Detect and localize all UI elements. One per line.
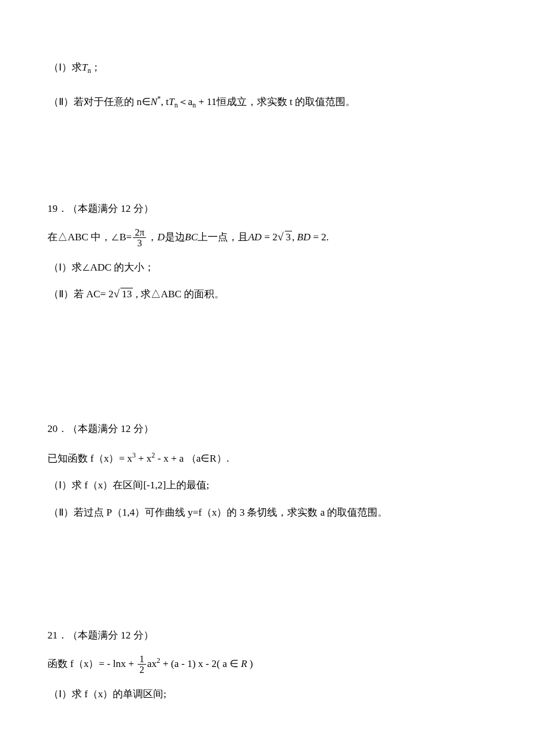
- p21-R: R: [241, 658, 247, 669]
- p18-part2-comma: , t: [161, 96, 169, 107]
- problem-20: 20．（本题满分 12 分） 已知函数 f（x）= x3 + x2 - x + …: [47, 421, 499, 520]
- p21-frac: 12: [138, 654, 146, 675]
- p19-stem: 在△ABC 中，∠B=2π3，D是边BC上一点，且AD = 23, BD = 2…: [47, 227, 499, 249]
- p20-points: （本题满分 12 分）: [68, 423, 154, 434]
- p18-part1-end: ；: [91, 62, 101, 73]
- p21-stem: 函数 f（x）= - lnx + 12ax2 + (a - 1) x - 2( …: [47, 654, 499, 675]
- p18-N: N: [151, 96, 157, 107]
- p19-eq1: = 2: [262, 231, 278, 243]
- p21-part1-text: （Ⅰ）求 f（x）的单调区间;: [49, 688, 166, 700]
- p19-frac-num: 2π: [133, 227, 146, 239]
- p19-eq2: = 2.: [310, 231, 329, 243]
- p19-stem-mid: ，: [147, 231, 157, 243]
- p20-stem: 已知函数 f（x）= x3 + x2 - x + a （a∈R）.: [47, 450, 499, 466]
- problem-19: 19．（本题满分 12 分） 在△ABC 中，∠B=2π3，D是边BC上一点，且…: [47, 201, 499, 303]
- p18-part1: （Ⅰ）求Tn；: [47, 59, 499, 77]
- p21-part1: （Ⅰ）求 f（x）的单调区间;: [47, 686, 499, 702]
- p21-frac-num: 1: [138, 654, 146, 665]
- p19-part1: （Ⅰ）求∠ADC 的大小；: [47, 259, 499, 275]
- p19-comma2: ,: [292, 231, 297, 243]
- p19-part2-post: , 求△ABC 的面积。: [133, 288, 224, 300]
- p19-header: 19．（本题满分 12 分）: [47, 201, 499, 217]
- p19-part2: （Ⅱ）若 AC= 213 , 求△ABC 的面积。: [47, 286, 499, 302]
- p21-stem-pre: 函数 f（x）= - lnx +: [47, 658, 136, 669]
- p20-number: 20．: [47, 423, 68, 434]
- p20-stem-pre: 已知函数 f（x）= x: [47, 453, 132, 464]
- p19-sqrt13: 13: [113, 286, 133, 302]
- p21-stem-mid: ax: [147, 658, 157, 669]
- p18-plus: + 11: [196, 96, 216, 107]
- p18-part2-pre: （Ⅱ）若对于任意的 n∈: [49, 96, 151, 107]
- p19-point: 上一点，且: [198, 231, 248, 243]
- p18-T2: T: [169, 96, 174, 107]
- p18-part2: （Ⅱ）若对于任意的 n∈N*, tTn＜an + 11恒成立，求实数 t 的取值…: [47, 93, 499, 111]
- p19-BC: BC: [185, 231, 198, 243]
- p19-points: （本题满分 12 分）: [68, 203, 154, 214]
- p19-BD: BD: [297, 231, 311, 243]
- p20-part1-text: （Ⅰ）求 f（x）在区间[-1,2]上的最值;: [49, 479, 209, 491]
- p21-frac-den: 2: [138, 665, 146, 675]
- p21-stem-rest: + (a - 1) x - 2( a ∈: [160, 658, 241, 669]
- p19-D: D: [157, 231, 164, 243]
- p19-frac-den: 3: [133, 238, 146, 249]
- p21-number: 21．: [47, 630, 68, 641]
- p21-points: （本题满分 12 分）: [68, 630, 154, 641]
- p18-part2-post: 恒成立，求实数 t 的取值范围。: [217, 96, 355, 107]
- p19-sqrt3: 3: [278, 229, 293, 245]
- problem-21: 21．（本题满分 12 分） 函数 f（x）= - lnx + 12ax2 + …: [47, 627, 499, 703]
- p19-frac: 2π3: [133, 227, 146, 249]
- p20-part1: （Ⅰ）求 f（x）在区间[-1,2]上的最值;: [47, 477, 499, 493]
- p20-part2-text: （Ⅱ）若过点 P（1,4）可作曲线 y=f（x）的 3 条切线，求实数 a 的取…: [49, 507, 388, 518]
- p20-plus1: + x: [136, 453, 152, 464]
- p19-AD: AD: [248, 231, 262, 243]
- p20-part2: （Ⅱ）若过点 P（1,4）可作曲线 y=f（x）的 3 条切线，求实数 a 的取…: [47, 504, 499, 520]
- p20-header: 20．（本题满分 12 分）: [47, 421, 499, 437]
- problem-18-parts: （Ⅰ）求Tn； （Ⅱ）若对于任意的 n∈N*, tTn＜an + 11恒成立，求…: [47, 59, 499, 112]
- p19-stem-pre: 在△ABC 中，∠B=: [47, 231, 132, 243]
- p19-number: 19．: [47, 203, 68, 214]
- p21-stem-end: ): [247, 658, 253, 669]
- p19-sqrt13-val: 13: [120, 288, 133, 300]
- p18-lt: ＜a: [178, 96, 193, 107]
- p19-sqrt3-val: 3: [285, 231, 293, 243]
- p21-header: 21．（本题满分 12 分）: [47, 627, 499, 643]
- p19-part1-text: （Ⅰ）求∠ADC 的大小；: [49, 262, 154, 273]
- p19-part2-pre: （Ⅱ）若 AC= 2: [49, 288, 113, 300]
- p20-rest: - x + a （a∈R）.: [155, 453, 229, 464]
- p19-BCpart: 是边: [165, 231, 185, 243]
- p18-part1-text: （Ⅰ）求: [49, 62, 82, 73]
